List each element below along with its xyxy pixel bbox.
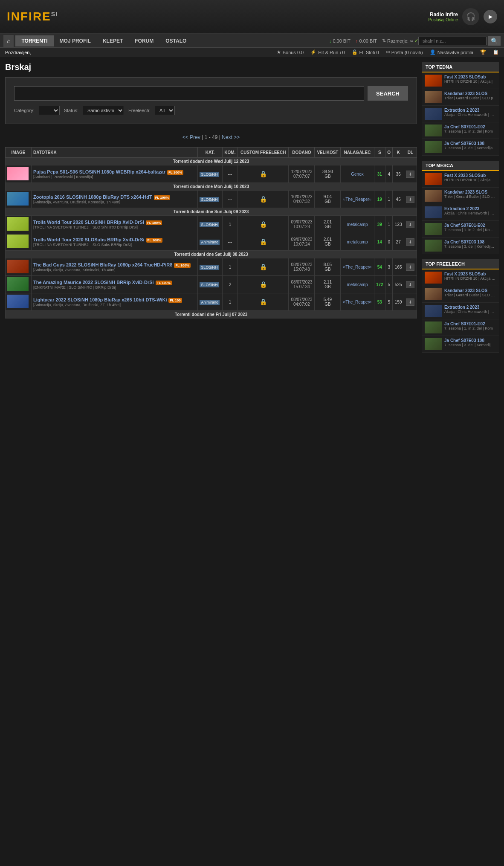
torrent-size-cell: 38.93GB bbox=[315, 165, 341, 183]
nav-torrenti[interactable]: TORRENTI bbox=[15, 35, 53, 46]
fl-badge: FL 100 bbox=[168, 298, 182, 303]
torrent-dl-cell: ⬇ bbox=[404, 216, 417, 233]
sidebar-item[interactable]: Kandahar 2023 SLOSTriler | Gerard Butler… bbox=[422, 286, 499, 303]
uploader-link[interactable]: ≈The_Reaper≈ bbox=[343, 265, 372, 269]
download-button[interactable]: ⬇ bbox=[406, 238, 414, 246]
sidebar-item-thumbnail bbox=[425, 288, 442, 300]
sidebar-item[interactable]: Extraction 2 2023Akcija | Chris Hemswort… bbox=[422, 204, 499, 221]
navbar-search-input[interactable] bbox=[418, 37, 487, 45]
torrent-kom-cell: --- bbox=[222, 233, 238, 251]
sidebar-item[interactable]: Kandahar 2023 SLOSTriler | Gerard Butler… bbox=[422, 188, 499, 204]
th-velikost: VELIKOST bbox=[315, 148, 341, 158]
torrent-seeders-cell: 31 bbox=[374, 165, 385, 183]
category-select[interactable]: ---- bbox=[39, 106, 60, 115]
sidebar: TOP TEDNA Fast X 2023 SLOSubHITRI IN DRZ… bbox=[422, 62, 499, 358]
download-button[interactable]: ⬇ bbox=[406, 264, 414, 271]
torrent-name-cell: Trolls World Tour 2020 SLOSubs BRRip Xvi… bbox=[31, 233, 197, 251]
seeders-count: 31 bbox=[377, 172, 382, 177]
sidebar-item-sub: 7. sezona | 3. del | Komedija bbox=[444, 146, 496, 150]
download-button[interactable]: ⬇ bbox=[406, 298, 414, 306]
torrent-sub: [TROLI NA SVETOVNI TURNEJI | SLO SiNHRO … bbox=[33, 225, 196, 229]
uploader-link[interactable]: ≈The_Reaper≈ bbox=[343, 197, 372, 202]
sidebar-item-info: Fast X 2023 SLOSubHITRI IN DRZNI 10 | Ak… bbox=[444, 173, 496, 182]
nav-ostalo[interactable]: OSTALO bbox=[159, 35, 192, 46]
torrent-name-link[interactable]: Lightyear 2022 SLOSiNH 1080p BluRay x265… bbox=[33, 297, 182, 302]
search-main-input[interactable] bbox=[14, 86, 364, 101]
sidebar-item[interactable]: Ja Chef S07E01-E027. sezona | 1. in 2. d… bbox=[422, 319, 499, 336]
icon-btn-2[interactable]: 📋 bbox=[493, 49, 499, 55]
sidebar-item[interactable]: Fast X 2023 SLOSubHITRI IN DRZNI 10 | Ak… bbox=[422, 171, 499, 188]
sidebar-item[interactable]: Fast X 2023 SLOSubHITRI IN DRZNI 10 | Ak… bbox=[422, 72, 499, 89]
sidebar-item[interactable]: Ja Chef S07E01-E027. sezona | 1. in 2. d… bbox=[422, 122, 499, 139]
uploader-link[interactable]: Genox bbox=[351, 172, 363, 177]
hitrun-icon: ⚡ bbox=[310, 49, 316, 55]
kat-badge: SLOSiNH bbox=[200, 222, 219, 227]
uploader-link[interactable]: ≈The_Reaper≈ bbox=[343, 300, 372, 304]
hitrun-link[interactable]: ⚡ Hit & Run-i 0 bbox=[310, 49, 345, 55]
sidebar-item-sub: 7. sezona | 3. del | Komedija | SLC bbox=[444, 244, 496, 249]
sidebar-item[interactable]: Fast X 2023 SLOSubHITRI IN DRZNI 10 | Ak… bbox=[422, 269, 499, 286]
settings-value: Nastavitve profila bbox=[437, 50, 473, 55]
settings-link[interactable]: 👤 Nastavitve profila bbox=[430, 49, 473, 55]
torrent-kom-cell: --- bbox=[222, 165, 238, 183]
play-button[interactable]: ▶ bbox=[484, 10, 497, 23]
torrent-name-link[interactable]: Zootopia 2016 SLOSiNH 1080p BluRay DTS x… bbox=[33, 194, 170, 200]
sidebar-item-title: Ja Chef S07E03 108 bbox=[444, 338, 496, 343]
torrent-name-link[interactable]: Trolls World Tour 2020 SLOSubs BRRip Xvi… bbox=[33, 237, 162, 242]
sidebar-item-sub: Triler | Gerard Butler | SLO podn bbox=[444, 293, 496, 297]
sidebar-item[interactable]: Extraction 2 2023Akcija | Chris Hemswort… bbox=[422, 106, 499, 122]
next-link[interactable]: Next >> bbox=[222, 134, 240, 140]
uploader-link[interactable]: metalcamp bbox=[347, 222, 368, 227]
freeleech-select[interactable]: All bbox=[155, 106, 175, 115]
torrent-name-cell: Zootopia 2016 SLOSiNH 1080p BluRay DTS x… bbox=[31, 191, 197, 208]
sidebar-monthly-items: Fast X 2023 SLOSubHITRI IN DRZNI 10 | Ak… bbox=[422, 171, 499, 254]
download-button[interactable]: ⬇ bbox=[406, 171, 414, 178]
status-select[interactable]: Samo aktivni bbox=[83, 106, 124, 115]
download-button[interactable]: ⬇ bbox=[406, 221, 414, 228]
torrent-name-link[interactable]: Pujsa Pepa S01-S06 SLOSiNH 1080p WEBRip … bbox=[33, 169, 183, 174]
kat-badge: SLOSiNH bbox=[200, 172, 219, 177]
sidebar-item[interactable]: Ja Chef S07E03 1087. sezona | 3. del | K… bbox=[422, 237, 499, 254]
search-filters: Category: ---- Status: Samo aktivni Free… bbox=[14, 106, 408, 115]
bonus-link[interactable]: ★ Bonus 0.0 bbox=[277, 49, 304, 55]
sidebar-item[interactable]: Kandahar 2023 SLOSTriler | Gerard Butler… bbox=[422, 89, 499, 106]
torrent-name-link[interactable]: The Bad Guys 2022 SLOSiNH BluRay 1080p x… bbox=[33, 262, 191, 267]
section-header-row: Torrenti dodani dne Sat Julij 08 2023 bbox=[6, 251, 417, 258]
torrent-dl-cell: ⬇ bbox=[404, 165, 417, 183]
navbar-search-button[interactable]: 🔍 bbox=[488, 36, 501, 46]
torrent-uploader-cell: metalcamp bbox=[341, 216, 374, 233]
torrent-dl-cell: ⬇ bbox=[404, 293, 417, 311]
download-button[interactable]: ⬇ bbox=[406, 196, 414, 203]
nav-forum[interactable]: FORUM bbox=[129, 35, 159, 46]
torrent-seeders-cell: 53 bbox=[374, 293, 385, 311]
bonus-icon: ★ bbox=[277, 49, 281, 55]
sidebar-item-sub: 7. sezona | 1. in 2. del | Komedija bbox=[444, 228, 496, 232]
icon-btn-1[interactable]: 🏆 bbox=[480, 49, 486, 55]
torrent-uploader-cell: ≈The_Reaper≈ bbox=[341, 258, 374, 276]
sidebar-item-thumbnail bbox=[425, 173, 442, 185]
sidebar-item[interactable]: Ja Chef S07E03 1087. sezona | 3. del | K… bbox=[422, 139, 499, 156]
kat-badge: SLOSiNH bbox=[200, 282, 219, 287]
sidebar-item-thumbnail bbox=[425, 190, 442, 202]
search-main-button[interactable]: SEARCH bbox=[368, 86, 408, 101]
sidebar-item[interactable]: Extraction 2 2023Akcija | Chris Hemswort… bbox=[422, 303, 499, 319]
nav-klepet[interactable]: KLEPET bbox=[97, 35, 129, 46]
arrow-up-icon: ↑ bbox=[356, 38, 358, 43]
prev-link[interactable]: << Prev bbox=[182, 134, 200, 140]
logo-area: INFIRESI bbox=[7, 10, 58, 23]
uploader-link[interactable]: metalcamp bbox=[347, 282, 368, 287]
uploader-link[interactable]: metalcamp bbox=[347, 240, 368, 244]
logo: INFIRESI bbox=[7, 10, 58, 23]
home-button[interactable]: ⌂ bbox=[3, 35, 14, 47]
fl-slots-link[interactable]: 🔓 FL Sloti 0 bbox=[352, 49, 379, 55]
nav-moj-profil[interactable]: MOJ PROFIL bbox=[54, 35, 97, 46]
th-s: S bbox=[374, 148, 385, 158]
sidebar-item-sub: 7. sezona | 3. del | Komedija | SLC bbox=[444, 343, 496, 347]
download-button[interactable]: ⬇ bbox=[406, 281, 414, 288]
torrent-thumb-cell bbox=[6, 165, 32, 183]
mail-link[interactable]: ✉ Pošta (0 novih) bbox=[386, 49, 423, 55]
torrent-name-link[interactable]: Trolls World Tour 2020 SLOSiNH BRRip Xvi… bbox=[33, 220, 162, 225]
sidebar-item[interactable]: Ja Chef S07E01-E027. sezona | 1. in 2. d… bbox=[422, 221, 499, 237]
sidebar-item[interactable]: Ja Chef S07E03 1087. sezona | 3. del | K… bbox=[422, 336, 499, 353]
torrent-name-link[interactable]: The Amazing Maurice 2022 SLOSiNH BRRip X… bbox=[33, 280, 172, 285]
